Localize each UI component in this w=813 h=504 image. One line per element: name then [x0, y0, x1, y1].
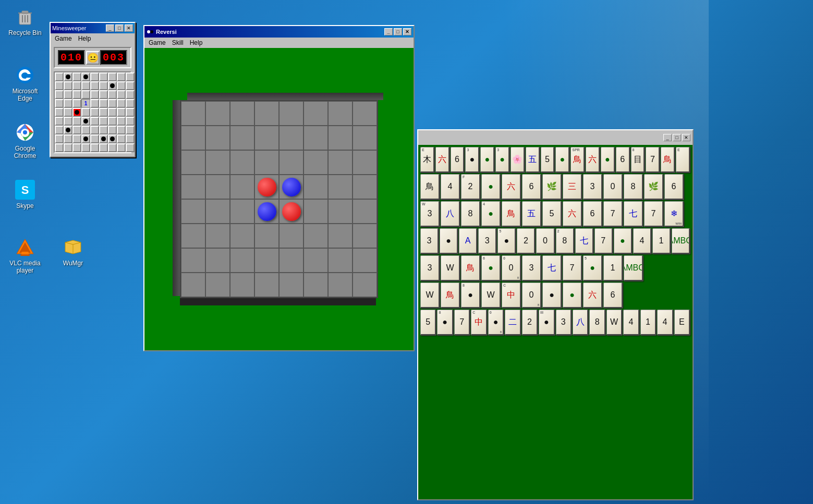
mahjong-tile[interactable]: 七	[575, 228, 594, 254]
reversi-cell[interactable]	[353, 175, 377, 199]
reversi-cell[interactable]	[254, 175, 279, 199]
mahjong-tile[interactable]: 5●	[583, 255, 603, 281]
mahjong-tile[interactable]: 7	[644, 201, 664, 227]
mine-cell[interactable]	[72, 143, 81, 152]
reversi-cell[interactable]	[328, 224, 353, 248]
reversi-cell[interactable]	[205, 150, 230, 175]
mahjong-tile[interactable]: 鳥	[461, 255, 481, 281]
reversi-cell[interactable]	[205, 126, 230, 150]
reversi-titlebar[interactable]: Reversi _ □ ✕	[144, 26, 414, 38]
mine-cell[interactable]	[108, 81, 117, 90]
mahjong-tile[interactable]: 08	[522, 282, 542, 309]
mahjong-tile[interactable]: 28	[556, 228, 575, 254]
reversi-cell[interactable]	[254, 248, 279, 273]
mahjong-tile[interactable]: 3●	[495, 147, 510, 173]
mine-cell[interactable]	[72, 126, 81, 134]
mine-cell[interactable]	[117, 126, 126, 134]
reversi-cell[interactable]	[279, 126, 304, 150]
reversi-cell[interactable]	[181, 150, 205, 175]
mahjong-tile[interactable]: 三	[563, 174, 583, 200]
mahjong-tile[interactable]: 3	[583, 174, 603, 200]
mine-cell[interactable]	[55, 126, 64, 134]
mine-cell[interactable]	[81, 108, 90, 117]
reversi-cell[interactable]	[328, 199, 353, 224]
mine-cell[interactable]	[117, 99, 126, 108]
mahjong-tile[interactable]: 鳥	[420, 174, 440, 200]
mahjong-tile[interactable]: 5	[420, 310, 436, 336]
reversi-cell[interactable]	[304, 101, 328, 126]
minesweeper-titlebar[interactable]: Minesweeper _ □ ✕	[51, 23, 135, 33]
mahjong-tile[interactable]: 4	[441, 174, 460, 200]
mine-cell[interactable]	[81, 90, 90, 99]
mahjong-tile[interactable]: 0	[536, 228, 555, 254]
mahjong-tile[interactable]: 六	[502, 174, 521, 200]
mine-cell[interactable]	[90, 81, 99, 90]
mine-cell[interactable]	[117, 90, 126, 99]
mine-cell[interactable]	[55, 117, 64, 126]
mahjong-tile[interactable]: ●	[542, 282, 562, 309]
recycle-bin-icon[interactable]: Recycle Bin	[4, 4, 46, 39]
mine-cell[interactable]	[72, 72, 81, 81]
minesweeper-close[interactable]: ✕	[125, 24, 133, 32]
mahjong-minimize[interactable]: _	[663, 134, 672, 141]
mahjong-tile[interactable]: 7	[603, 201, 623, 227]
mine-cell[interactable]	[126, 90, 135, 99]
reversi-cell[interactable]	[230, 101, 254, 126]
mahjong-tile[interactable]: 2	[522, 310, 538, 336]
mahjong-tile[interactable]: W	[420, 282, 440, 309]
mine-cell[interactable]	[90, 143, 99, 152]
reversi-cell[interactable]	[353, 273, 377, 297]
reversi-restore[interactable]: □	[394, 28, 402, 35]
mahjong-tile[interactable]: C中	[471, 310, 487, 336]
reversi-cell[interactable]	[279, 150, 304, 175]
mahjong-tile[interactable]: 6	[603, 282, 623, 309]
reversi-cell[interactable]	[304, 150, 328, 175]
mine-cell[interactable]	[99, 108, 108, 117]
mine-cell[interactable]	[99, 72, 108, 81]
mahjong-tile[interactable]: W	[441, 255, 460, 281]
reversi-cell[interactable]	[328, 126, 353, 150]
mahjong-tile[interactable]: E木	[420, 147, 435, 173]
mahjong-tile[interactable]: ●	[601, 147, 615, 173]
mahjong-tile[interactable]: ●	[440, 228, 458, 254]
mine-cell[interactable]	[55, 99, 64, 108]
reversi-cell[interactable]	[304, 175, 328, 199]
mahjong-tile[interactable]: 5●	[497, 228, 516, 254]
mine-cell[interactable]	[126, 126, 135, 134]
mine-cell[interactable]	[81, 117, 90, 126]
mahjong-tile[interactable]: 8●	[437, 310, 453, 336]
mahjong-tile[interactable]: ●	[563, 282, 583, 309]
reversi-cell[interactable]	[254, 199, 279, 224]
mine-cell[interactable]	[90, 126, 99, 134]
mine-cell[interactable]	[126, 134, 135, 143]
mahjong-tile[interactable]: 7	[454, 310, 470, 336]
mahjong-tile[interactable]: 六	[583, 282, 603, 309]
mine-cell[interactable]	[108, 143, 117, 152]
wumgr-icon[interactable]: WuMgr	[52, 235, 94, 269]
mahjong-tile[interactable]: ●	[480, 147, 495, 173]
reversi-cell[interactable]	[254, 273, 279, 297]
mine-cell[interactable]	[108, 72, 117, 81]
mahjong-tile[interactable]: 8●	[461, 282, 481, 309]
mahjong-tile[interactable]: W3	[420, 201, 440, 227]
mahjong-tile[interactable]: 3	[478, 228, 497, 254]
minesweeper-restore[interactable]: □	[115, 24, 124, 32]
reversi-cell[interactable]	[279, 224, 304, 248]
mine-cell[interactable]	[81, 134, 90, 143]
mine-cell[interactable]	[108, 90, 117, 99]
mine-cell[interactable]	[90, 134, 99, 143]
mine-cell[interactable]	[90, 117, 99, 126]
mine-cell[interactable]	[72, 108, 81, 117]
mahjong-tile[interactable]: 6●	[481, 255, 501, 281]
mahjong-tile[interactable]: 7	[646, 147, 660, 173]
mine-cell[interactable]	[55, 90, 64, 99]
reversi-cell[interactable]	[181, 126, 205, 150]
mahjong-tile[interactable]: 鳥	[661, 147, 675, 173]
mahjong-tile[interactable]: 8目	[631, 147, 646, 173]
reversi-cell[interactable]	[205, 273, 230, 297]
vlc-icon[interactable]: VLC media player	[4, 235, 46, 277]
mine-cell[interactable]	[64, 126, 72, 134]
mine-cell[interactable]	[81, 81, 90, 90]
mahjong-tile[interactable]: 五	[522, 201, 542, 227]
mine-cell[interactable]	[117, 72, 126, 81]
